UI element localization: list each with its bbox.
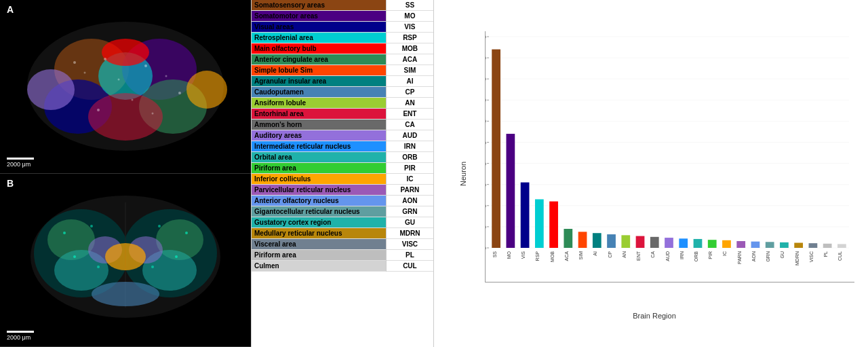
bar-IRN	[679, 238, 688, 248]
bar-MOB	[549, 201, 558, 247]
legend-row: Piriform areaPL	[252, 250, 433, 261]
legend-abbr-cell: VIS	[386, 22, 433, 33]
bar-label-SS: SS	[492, 251, 497, 257]
legend-abbr-cell: PL	[386, 250, 433, 261]
legend-abbr-cell: CA	[386, 120, 433, 130]
legend-row: CulmenCUL	[252, 261, 433, 272]
bars-svg: 0.005000.0010000.0015000.0020000.0025000…	[486, 31, 854, 282]
legend-row: Retrosplenial areaRSP	[252, 33, 433, 43]
bar-label-VISC: VISC	[809, 251, 814, 262]
legend-row: Medullary reticular nucleusMDRN	[252, 228, 433, 239]
bar-label-PL: PL	[823, 251, 828, 257]
bar-CP	[607, 234, 616, 248]
legend-color-cell: Main olfactory bulb	[252, 43, 386, 54]
bar-VISC	[809, 243, 818, 248]
svg-point-37	[158, 225, 161, 227]
legend-row: Entorhinal areaENT	[252, 109, 433, 120]
svg-text:35000.00: 35000.00	[486, 98, 486, 103]
brain-a-label: A	[7, 4, 14, 15]
scale-bar-line-b	[7, 331, 34, 333]
legend-color-cell: Piriform area	[252, 250, 386, 261]
legend-abbr-cell: IC	[386, 174, 433, 185]
bar-AN	[621, 235, 630, 248]
legend-panel: Somatosensory areasSSSomatomotor areasMO…	[251, 0, 434, 347]
bar-SS	[492, 49, 500, 247]
bar-label-AUD: AUD	[665, 251, 670, 261]
bar-label-ACA: ACA	[564, 251, 569, 261]
svg-text:25000.00: 25000.00	[486, 140, 486, 145]
bar-label-GRN: GRN	[766, 251, 770, 262]
chart-area: 0.005000.0010000.0015000.0020000.0025000…	[485, 31, 854, 282]
legend-color-cell: Gustatory cortex region	[252, 217, 386, 228]
bar-RSP	[535, 199, 544, 248]
legend-abbr-cell: MDRN	[386, 228, 433, 239]
legend-abbr-cell: ORB	[386, 152, 433, 163]
svg-point-33	[90, 225, 93, 227]
legend-color-cell: Medullary reticular nucleus	[252, 228, 386, 239]
bar-label-CA: CA	[650, 251, 655, 257]
legend-color-cell: Anterior olfactory nucleus	[252, 196, 386, 206]
svg-point-35	[97, 266, 100, 268]
legend-row: Intermediate reticular nucleusIRN	[252, 141, 433, 152]
legend-color-cell: Ansiform lobule	[252, 98, 386, 109]
legend-row: Anterior olfactory nucleusAON	[252, 196, 433, 206]
bar-MO	[506, 134, 515, 248]
svg-point-7	[186, 71, 227, 109]
svg-point-39	[151, 266, 154, 268]
legend-abbr-cell: ACA	[386, 54, 433, 65]
legend-color-cell: Somatomotor areas	[252, 11, 386, 22]
svg-point-11	[84, 72, 86, 74]
legend-row: Somatomotor areasMO	[252, 11, 433, 22]
legend-abbr-cell: VISC	[386, 239, 433, 250]
bar-PARN	[736, 241, 745, 248]
legend-color-cell: Culmen	[252, 261, 386, 272]
bar-label-AI: AI	[593, 251, 597, 255]
svg-text:5000.00: 5000.00	[486, 224, 486, 229]
bar-label-AN: AN	[622, 251, 627, 258]
legend-abbr-cell: PARN	[386, 185, 433, 196]
svg-point-8	[88, 93, 163, 141]
bar-label-PARN: PARN	[737, 251, 742, 264]
legend-abbr-cell: SS	[386, 0, 433, 11]
bar-label-MO: MO	[507, 251, 511, 259]
legend-abbr-cell: AUD	[386, 130, 433, 141]
bar-GU	[780, 242, 789, 247]
legend-row: Visual areasVIS	[252, 22, 433, 33]
legend-color-cell: Inferior colliculus	[252, 174, 386, 185]
bar-label-ENT: ENT	[636, 251, 641, 261]
brain-b-label: B	[7, 178, 14, 189]
legend-abbr-cell: SIM	[386, 65, 433, 76]
legend-color-cell: Orbital area	[252, 152, 386, 163]
svg-point-38	[175, 255, 178, 258]
bar-MDRN	[794, 242, 803, 247]
bar-CUL	[837, 244, 846, 248]
legend-color-cell: Anterior cingulate area	[252, 54, 386, 65]
svg-point-14	[144, 65, 147, 67]
legend-row: Somatosensory areasSS	[252, 0, 433, 11]
bar-label-IC: IC	[722, 251, 727, 256]
svg-point-16	[178, 92, 181, 94]
legend-color-cell: Somatosensory areas	[252, 0, 386, 11]
legend-color-cell: Auditory areas	[252, 130, 386, 141]
bar-label-VIS: VIS	[521, 251, 526, 259]
legend-abbr-cell: AN	[386, 98, 433, 109]
legend-color-cell: Retrosplenial area	[252, 33, 386, 43]
chart-panel: Neuron Brain Region 0.005000.0010000.001…	[434, 0, 868, 347]
legend-row: Auditory areasAUD	[252, 130, 433, 141]
bar-AON	[751, 241, 760, 247]
bar-SIM	[578, 232, 587, 248]
legend-row: Ansiform lobuleAN	[252, 98, 433, 109]
scale-bar-text-a: 2000 μm	[7, 161, 31, 168]
left-panel: A	[0, 0, 251, 347]
bar-label-IRN: IRN	[679, 251, 684, 259]
svg-point-31	[92, 282, 159, 306]
legend-row: Gustatory cortex regionGU	[252, 217, 433, 228]
bar-VIS	[521, 182, 530, 247]
svg-point-9	[102, 39, 149, 66]
svg-point-36	[185, 232, 188, 234]
bar-label-CUL: CUL	[837, 251, 842, 260]
legend-row: Main olfactory bulbMOB	[252, 43, 433, 54]
bar-GRN	[766, 242, 774, 248]
bar-ENT	[636, 236, 645, 247]
svg-text:30000.00: 30000.00	[486, 119, 486, 124]
